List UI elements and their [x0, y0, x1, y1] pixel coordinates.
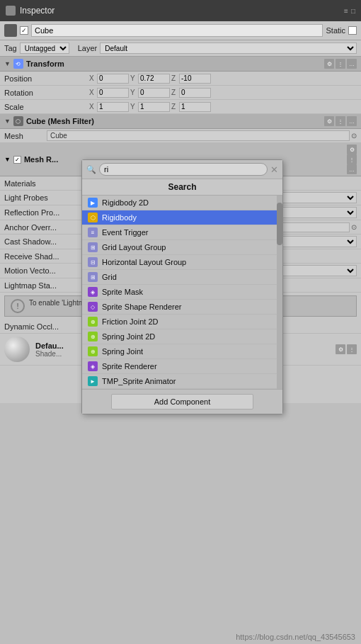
mesh-filter-section-header: ▼ ⬡ Cube (Mesh Filter) ⚙ ⋮ …: [0, 114, 361, 129]
search-title: Search: [82, 179, 282, 196]
component-icon: ⬡: [88, 213, 98, 222]
active-checkbox[interactable]: ✓: [20, 26, 28, 35]
mesh-filter-menu-btn[interactable]: ⋮: [336, 116, 345, 126]
transform-extra-btn[interactable]: …: [347, 59, 357, 69]
position-row: Position X Y Z: [0, 72, 361, 86]
transform-section-header: ▼ ⟲ Transform ⚙ ⋮ …: [0, 57, 361, 72]
component-icon: ▶: [88, 198, 98, 208]
mesh-picker-btn[interactable]: ⊙: [351, 132, 357, 140]
material-extra-btn[interactable]: ⋮: [347, 344, 357, 354]
rotation-z-label: Z: [171, 89, 178, 96]
component-name: Horizontal Layout Group: [102, 258, 186, 266]
window-expand-icon[interactable]: □: [351, 7, 355, 15]
mesh-filter-header-btns: ⚙ ⋮ …: [324, 116, 357, 126]
scale-z-input[interactable]: [179, 102, 211, 112]
search-bar: 🔍 ✕: [82, 160, 282, 179]
menu-icon[interactable]: ≡: [344, 7, 348, 15]
component-icon: ⊟: [88, 257, 98, 267]
position-z-input[interactable]: [179, 74, 211, 84]
list-item[interactable]: ⊕Spring Joint 2D: [82, 329, 282, 344]
dynamic-occlusion-label: Dynamic Occl...: [4, 322, 89, 331]
list-item[interactable]: ►TMP_Sprite Animator: [82, 374, 282, 389]
component-name: Spring Joint 2D: [102, 332, 155, 341]
position-y-label: Y: [130, 74, 137, 82]
mesh-renderer-header-btns: ⚙ ⋮ …: [347, 145, 357, 174]
list-item[interactable]: ⊕Spring Joint: [82, 344, 282, 359]
scale-y-input[interactable]: [138, 102, 170, 112]
scrollbar-thumb: [277, 203, 282, 245]
mesh-property-row: Mesh Cube ⊙: [0, 129, 361, 143]
list-item[interactable]: ◈Sprite Renderer: [82, 359, 282, 374]
position-label: Position: [4, 74, 89, 83]
object-name-input[interactable]: [31, 24, 323, 37]
watermark-area: https://blog.csdn.net/qq_43545653: [0, 403, 361, 644]
search-input[interactable]: [99, 163, 268, 176]
lightmap-static-label: Lightmap Sta...: [4, 281, 89, 290]
component-name: Sprite Shape Renderer: [102, 303, 182, 311]
transform-arrow[interactable]: ▼: [4, 60, 11, 67]
position-z-label: Z: [171, 74, 178, 82]
component-icon: ⊕: [88, 346, 98, 356]
mesh-filter-title: Cube (Mesh Filter): [26, 117, 321, 125]
component-name: Spring Joint: [102, 347, 143, 356]
tag-label: Tag: [4, 44, 17, 52]
mesh-renderer-checkbox[interactable]: ✓: [13, 156, 21, 164]
transform-icon: ⟲: [13, 59, 23, 69]
list-item[interactable]: ⊞Grid: [82, 270, 282, 285]
list-item[interactable]: ⊞Grid Layout Group: [82, 240, 282, 255]
position-x-input[interactable]: [97, 74, 129, 84]
title-bar: Inspector ≡ □: [0, 0, 361, 21]
list-scrollbar[interactable]: [277, 196, 282, 389]
mesh-renderer-settings-btn[interactable]: ⚙: [347, 145, 357, 154]
add-component-button[interactable]: Add Component: [111, 394, 254, 409]
transform-settings-btn[interactable]: ⚙: [324, 59, 334, 69]
rotation-y-input[interactable]: [138, 88, 170, 98]
tag-dropdown[interactable]: Untagged: [20, 43, 69, 54]
info-icon: !: [11, 299, 25, 313]
object-header: ✓ Static: [0, 21, 361, 40]
mesh-label: Mesh: [4, 132, 47, 140]
component-name: Grid: [102, 273, 117, 281]
list-item[interactable]: ▶Rigidbody 2D: [82, 196, 282, 210]
position-y-input[interactable]: [138, 74, 170, 84]
list-item[interactable]: ◈Sprite Mask: [82, 285, 282, 300]
rotation-z-input[interactable]: [179, 88, 211, 98]
list-item[interactable]: ⬡Rigidbody: [82, 210, 282, 225]
mesh-filter-extra-btn[interactable]: …: [347, 116, 357, 126]
mesh-filter-arrow[interactable]: ▼: [4, 118, 11, 125]
list-item[interactable]: ≡Event Trigger: [82, 225, 282, 240]
reflection-probes-label: Reflection Pro...: [4, 208, 89, 217]
list-item[interactable]: ⊕Friction Joint 2D: [82, 315, 282, 329]
material-settings-btn[interactable]: ⚙: [336, 344, 345, 354]
component-name: Rigidbody: [102, 213, 137, 222]
static-checkbox[interactable]: [348, 26, 357, 35]
mesh-filter-settings-btn[interactable]: ⚙: [324, 116, 334, 126]
scale-z-label: Z: [171, 103, 178, 111]
list-item[interactable]: ◇Sprite Shape Renderer: [82, 300, 282, 315]
receive-shadows-label: Receive Shad...: [4, 252, 89, 261]
component-icon: ⊕: [88, 332, 98, 341]
component-name: Sprite Mask: [102, 288, 143, 296]
scale-label: Scale: [4, 103, 89, 111]
rotation-x-input[interactable]: [97, 88, 129, 98]
component-icon: ⊕: [88, 317, 98, 327]
layer-dropdown[interactable]: Default: [100, 43, 357, 54]
scale-x-input[interactable]: [97, 102, 129, 112]
search-clear-btn[interactable]: ✕: [270, 164, 278, 175]
scale-x-label: X: [89, 103, 96, 111]
add-component-dropdown: 🔍 ✕ Search ▶Rigidbody 2D⬡Rigidbody≡Event…: [81, 159, 283, 414]
anchor-picker-btn[interactable]: ⊙: [351, 223, 357, 231]
component-name: Event Trigger: [102, 228, 148, 237]
scale-row: Scale X Y Z: [0, 100, 361, 114]
mesh-renderer-arrow[interactable]: ▼: [4, 156, 11, 163]
transform-menu-btn[interactable]: ⋮: [336, 59, 345, 69]
search-icon: 🔍: [86, 165, 96, 174]
mesh-renderer-menu-btn[interactable]: ⋮: [347, 154, 357, 164]
list-item[interactable]: ⊟Horizontal Layout Group: [82, 255, 282, 270]
mesh-filter-icon: ⬡: [13, 116, 23, 126]
rotation-label: Rotation: [4, 89, 89, 97]
transform-title: Transform: [26, 60, 321, 68]
mesh-renderer-extra-btn[interactable]: …: [347, 164, 357, 174]
component-icon: ◈: [88, 361, 98, 371]
object-icon: [4, 24, 17, 37]
